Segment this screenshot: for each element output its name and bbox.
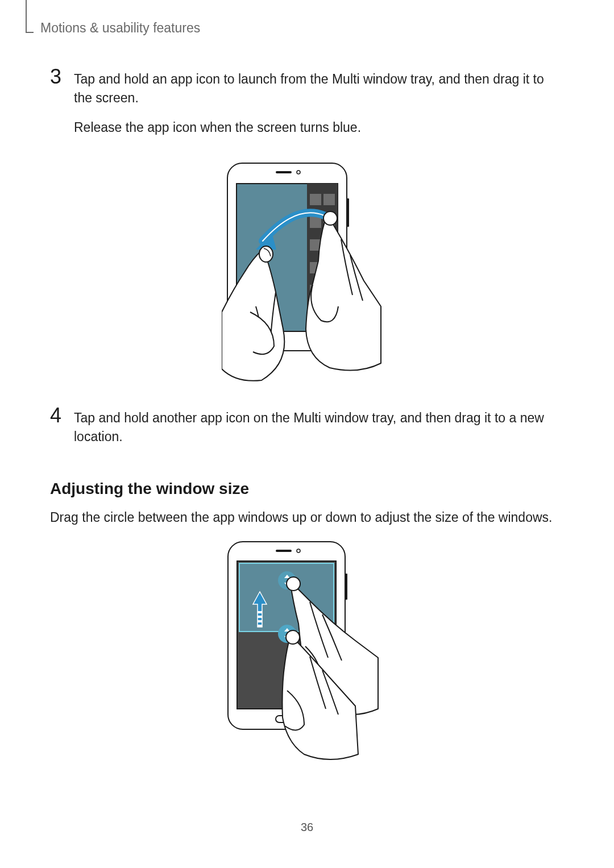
device-gesture-icon <box>222 159 392 386</box>
svg-point-18 <box>259 246 273 262</box>
svg-point-34 <box>287 577 300 591</box>
svg-point-17 <box>323 211 337 225</box>
step-text: Tap and hold another app icon on the Mul… <box>74 409 564 447</box>
step-number: 4 <box>50 405 74 457</box>
page-number: 36 <box>0 821 614 834</box>
illustration-drag-app-icon <box>50 159 564 386</box>
device-resize-icon <box>225 538 389 760</box>
svg-rect-8 <box>310 217 321 228</box>
svg-rect-22 <box>345 574 347 600</box>
step-body: Tap and hold an app icon to launch from … <box>74 70 564 147</box>
svg-rect-3 <box>347 198 349 227</box>
step-body: Tap and hold another app icon on the Mul… <box>74 409 564 457</box>
step-number: 3 <box>50 67 74 147</box>
page-content: 3 Tap and hold an app icon to launch fro… <box>0 36 614 760</box>
body-paragraph: Drag the circle between the app windows … <box>50 508 564 527</box>
svg-rect-1 <box>276 171 292 173</box>
subsection-heading: Adjusting the window size <box>50 480 564 498</box>
svg-rect-33 <box>258 625 262 627</box>
svg-rect-20 <box>276 550 292 552</box>
svg-rect-31 <box>258 616 262 618</box>
section-title: Motions & usability features <box>40 17 614 36</box>
svg-point-35 <box>286 630 300 644</box>
step-text: Tap and hold an app icon to launch from … <box>74 70 564 108</box>
step-4: 4 Tap and hold another app icon on the M… <box>50 409 564 457</box>
step-3: 3 Tap and hold an app icon to launch fro… <box>50 70 564 147</box>
svg-rect-32 <box>258 620 262 622</box>
header-accent-mark <box>26 0 27 33</box>
svg-rect-7 <box>323 194 335 205</box>
illustration-adjust-window-size <box>50 538 564 760</box>
step-text: Release the app icon when the screen tur… <box>74 118 564 137</box>
page-header: Motions & usability features <box>0 0 614 36</box>
svg-rect-6 <box>310 194 321 205</box>
svg-rect-30 <box>258 611 262 613</box>
